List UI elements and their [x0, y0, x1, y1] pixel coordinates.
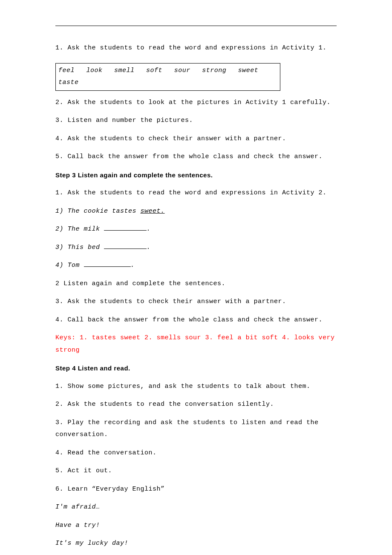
body-text: 2 Listen again and complete the sentence… — [55, 278, 337, 290]
sentence-suffix: . — [131, 262, 135, 269]
body-text: 6. Learn “Everyday English” — [55, 483, 337, 496]
filled-answer: sweet. — [141, 208, 165, 215]
word-item: feel — [58, 67, 75, 74]
body-text: 1. Ask the students to read the word and… — [55, 187, 337, 199]
body-text: 5. Call back the answer from the whole c… — [55, 151, 337, 163]
body-text: 5. Act it out. — [55, 465, 337, 477]
body-text: 1. Ask the students to read the word and… — [55, 42, 337, 55]
fill-sentence: 1) The cookie tastes sweet. — [55, 205, 337, 218]
sentence-prefix: 1) The cookie tastes — [55, 208, 141, 215]
blank-line — [84, 261, 131, 267]
step-heading: Step 3 Listen again and complete the sen… — [55, 169, 337, 182]
fill-sentence: 4) Tom . — [55, 260, 337, 272]
everyday-english: I'm afraid… — [55, 501, 337, 514]
fill-sentence: 2) The milk . — [55, 223, 337, 236]
sentence-prefix: 2) The milk — [55, 225, 104, 233]
word-item: strong — [202, 67, 226, 74]
word-item: sour — [174, 67, 190, 74]
body-text: 3. Play the recording and ask the studen… — [55, 417, 337, 441]
top-rule — [55, 26, 337, 26]
word-box: feel look smell soft sour strong sweet t… — [55, 63, 280, 91]
sentence-prefix: 3) This bed — [55, 244, 104, 251]
sentence-prefix: 4) Tom — [55, 262, 84, 269]
body-text: 2. Ask the students to look at the pictu… — [55, 97, 337, 109]
everyday-english: It's my lucky day! — [55, 538, 337, 550]
blank-line — [104, 225, 147, 231]
sentence-suffix: . — [147, 225, 151, 233]
word-item: sweet — [238, 67, 259, 74]
everyday-english: Have a try! — [55, 520, 337, 532]
body-text: 2. Ask the students to read the conversa… — [55, 399, 337, 411]
sentence-suffix: . — [147, 244, 151, 251]
body-text: 1. Show some pictures, and ask the stude… — [55, 381, 337, 393]
word-item: soft — [146, 67, 162, 74]
body-text: 3. Listen and number the pictures. — [55, 115, 337, 127]
body-text: 4. Read the conversation. — [55, 447, 337, 460]
body-text: 4. Ask the students to check their answe… — [55, 133, 337, 145]
word-item: smell — [114, 67, 135, 74]
word-item: look — [86, 67, 103, 74]
step-heading: Step 4 Listen and read. — [55, 362, 337, 375]
document-page: 1. Ask the students to read the word and… — [0, 0, 392, 555]
blank-line — [104, 243, 147, 249]
body-text: 4. Call back the answer from the whole c… — [55, 314, 337, 327]
word-item: taste — [58, 79, 79, 86]
body-text: 3. Ask the students to check their answe… — [55, 296, 337, 308]
fill-sentence: 3) This bed . — [55, 242, 337, 254]
answer-key: Keys: 1. tastes sweet 2. smells sour 3. … — [55, 332, 337, 356]
